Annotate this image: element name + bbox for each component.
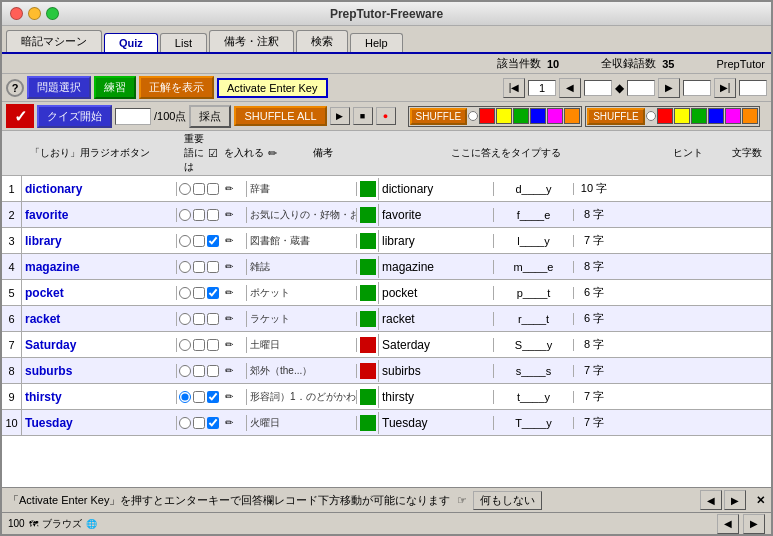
shuffle-radio2[interactable] [646, 111, 656, 121]
cell-answer[interactable] [379, 338, 494, 352]
radio-btn1[interactable] [179, 313, 191, 325]
cell-answer[interactable] [379, 260, 494, 274]
radio-btn1[interactable] [179, 183, 191, 195]
question-icon[interactable]: ? [6, 79, 24, 97]
check-bookmark[interactable] [193, 313, 205, 325]
radio-btn1[interactable] [179, 209, 191, 221]
check-bookmark[interactable] [193, 235, 205, 247]
close-button[interactable] [10, 7, 23, 20]
answer-input[interactable] [382, 364, 492, 378]
tab-quiz[interactable]: Quiz [104, 33, 158, 52]
bottom-nav-left[interactable]: ◀ [717, 514, 739, 534]
nav-current-input[interactable] [528, 80, 556, 96]
edit-icon[interactable]: ✏ [221, 207, 237, 223]
media-record-button[interactable]: ● [376, 107, 396, 125]
media-stop-button[interactable]: ■ [353, 107, 373, 125]
nothing-button[interactable]: 何もしない [473, 491, 542, 510]
check-bookmark[interactable] [193, 417, 205, 429]
check-important[interactable] [207, 183, 219, 195]
nav-prev-button[interactable]: ◀ [559, 78, 581, 98]
cell-answer[interactable] [379, 364, 494, 378]
practice-button[interactable]: 練習 [94, 76, 136, 99]
edit-icon[interactable]: ✏ [221, 311, 237, 327]
cell-answer[interactable] [379, 286, 494, 300]
tab-search[interactable]: 検索 [296, 30, 348, 52]
answer-input[interactable] [382, 312, 492, 326]
check-important[interactable] [207, 417, 219, 429]
color-btn-orange2[interactable] [742, 108, 758, 124]
cell-answer[interactable] [379, 208, 494, 222]
maximize-button[interactable] [46, 7, 59, 20]
edit-icon[interactable]: ✏ [221, 285, 237, 301]
check-important[interactable] [207, 339, 219, 351]
color-btn-red2[interactable] [657, 108, 673, 124]
check-important[interactable] [207, 235, 219, 247]
color-btn-yellow1[interactable] [496, 108, 512, 124]
radio-btn1[interactable] [179, 391, 191, 403]
answer-input[interactable] [382, 416, 492, 430]
answer-input[interactable] [382, 260, 492, 274]
nav-next-button[interactable]: ▶ [658, 78, 680, 98]
color-btn-blue2[interactable] [708, 108, 724, 124]
nav-last-button[interactable]: ▶| [714, 78, 736, 98]
edit-icon[interactable]: ✏ [221, 181, 237, 197]
tab-help[interactable]: Help [350, 33, 403, 52]
show-answer-button[interactable]: 正解を表示 [139, 76, 214, 99]
color-btn-green2[interactable] [691, 108, 707, 124]
nav-page-input[interactable]: 9 [584, 80, 612, 96]
check-bookmark[interactable] [193, 339, 205, 351]
status-nav-left[interactable]: ◀ [700, 490, 722, 510]
check-important[interactable] [207, 209, 219, 221]
answer-input[interactable] [382, 208, 492, 222]
bottom-nav-right[interactable]: ▶ [743, 514, 765, 534]
answer-input[interactable] [382, 182, 492, 196]
cell-answer[interactable] [379, 416, 494, 430]
check-bookmark[interactable] [193, 391, 205, 403]
question-select-button[interactable]: 問題選択 [27, 76, 91, 99]
quiz-start-button[interactable]: クイズ開始 [37, 105, 112, 128]
check-important[interactable] [207, 261, 219, 273]
minimize-button[interactable] [28, 7, 41, 20]
tab-anki[interactable]: 暗記マシーン [6, 30, 102, 52]
color-btn-orange1[interactable] [564, 108, 580, 124]
close-icon[interactable]: ✕ [756, 494, 765, 507]
edit-icon[interactable]: ✏ [221, 337, 237, 353]
radio-btn1[interactable] [179, 339, 191, 351]
activate-enter-button[interactable]: Activate Enter Key [217, 78, 328, 98]
cell-answer[interactable] [379, 312, 494, 326]
shuffle-button2[interactable]: SHUFFLE [587, 108, 645, 125]
grade-button[interactable]: 採点 [189, 105, 231, 128]
nav-first-button[interactable]: |◀ [503, 78, 525, 98]
status-nav-right[interactable]: ▶ [724, 490, 746, 510]
check-bookmark[interactable] [193, 183, 205, 195]
check-bookmark[interactable] [193, 261, 205, 273]
radio-btn1[interactable] [179, 261, 191, 273]
radio-btn1[interactable] [179, 287, 191, 299]
tab-list[interactable]: List [160, 33, 207, 52]
edit-icon[interactable]: ✏ [221, 363, 237, 379]
answer-input[interactable] [382, 390, 492, 404]
shuffle-button1[interactable]: SHUFFLE [410, 108, 468, 125]
nav-page-input3[interactable]: 11 [683, 80, 711, 96]
tab-notes[interactable]: 備考・注釈 [209, 30, 294, 52]
check-bookmark[interactable] [193, 209, 205, 221]
edit-icon[interactable]: ✏ [221, 233, 237, 249]
radio-btn1[interactable] [179, 417, 191, 429]
check-important[interactable] [207, 365, 219, 377]
shuffle-all-button[interactable]: SHUFFLE ALL [234, 106, 326, 126]
radio-btn1[interactable] [179, 235, 191, 247]
nav-page-input4[interactable]: 10 [739, 80, 767, 96]
check-important[interactable] [207, 391, 219, 403]
answer-input[interactable] [382, 338, 492, 352]
nav-page-input2[interactable]: 10 [627, 80, 655, 96]
color-btn-blue1[interactable] [530, 108, 546, 124]
color-btn-red1[interactable] [479, 108, 495, 124]
color-btn-pink1[interactable] [547, 108, 563, 124]
media-play-button[interactable]: ▶ [330, 107, 350, 125]
check-important[interactable] [207, 313, 219, 325]
color-btn-yellow2[interactable] [674, 108, 690, 124]
answer-input[interactable] [382, 286, 492, 300]
cell-answer[interactable] [379, 390, 494, 404]
shuffle-radio1[interactable] [468, 111, 478, 121]
cell-answer[interactable] [379, 182, 494, 196]
